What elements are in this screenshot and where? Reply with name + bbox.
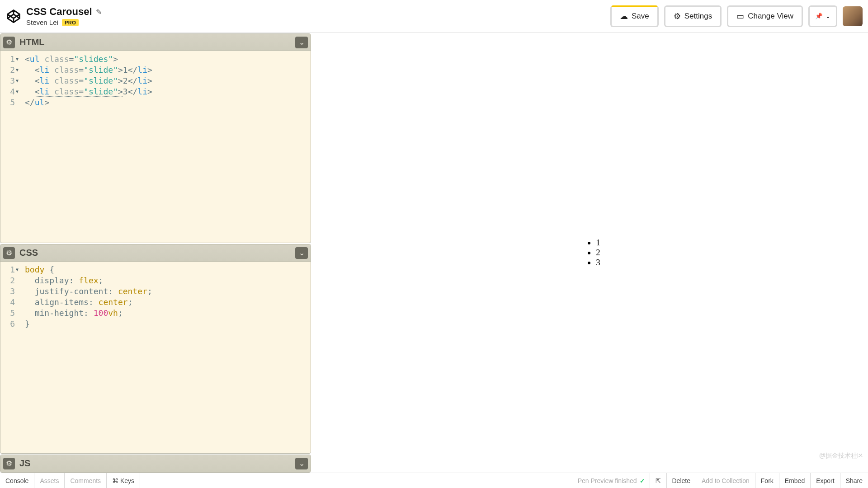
css-code[interactable]: body { display: flex; justify-content: c…: [21, 262, 156, 453]
pin-dropdown-button[interactable]: 📌 ⌄: [808, 5, 837, 27]
css-gutter: 1▼ 2▼ 3▼ 4▼ 5▼ 6▼: [0, 262, 21, 453]
css-settings-icon[interactable]: ⚙: [3, 247, 15, 259]
pro-badge: PRO: [62, 19, 79, 26]
settings-label: Settings: [684, 12, 712, 21]
share-external-icon[interactable]: ⇱: [650, 473, 666, 488]
header: CSS Carousel ✎ Steven Lei PRO ☁ Save ⚙ S…: [0, 0, 868, 33]
preview-status: Pen Preview finished ✓: [573, 473, 650, 488]
js-panel-header: ⚙ JS ⌄: [0, 455, 311, 472]
fork-button[interactable]: Fork: [755, 473, 779, 488]
preview-pane: 1 2 3 @掘金技术社区: [319, 33, 868, 473]
list-item: 3: [596, 258, 600, 267]
html-panel-header: ⚙ HTML ⌄: [0, 34, 311, 51]
add-to-collection-button[interactable]: Add to Collection: [696, 473, 755, 488]
author-name[interactable]: Steven Lei: [26, 19, 58, 26]
js-panel-title: JS: [19, 458, 295, 469]
gear-icon: ⚙: [674, 11, 681, 21]
pin-icon: 📌: [815, 13, 823, 19]
user-avatar[interactable]: [843, 6, 863, 26]
save-label: Save: [632, 12, 649, 21]
embed-button[interactable]: Embed: [779, 473, 810, 488]
codepen-logo-icon[interactable]: [5, 8, 22, 24]
pen-title[interactable]: CSS Carousel: [26, 6, 92, 18]
check-icon: ✓: [640, 477, 645, 484]
status-text: Pen Preview finished: [578, 477, 637, 484]
assets-button[interactable]: Assets: [34, 473, 65, 488]
list-item: 1: [596, 238, 600, 248]
cloud-icon: ☁: [620, 11, 628, 21]
share-button[interactable]: Share: [840, 473, 868, 488]
preview-list: 1 2 3: [587, 238, 600, 267]
js-collapse-icon[interactable]: ⌄: [295, 458, 308, 469]
keys-button[interactable]: ⌘ Keys: [107, 473, 140, 488]
main: ⚙ HTML ⌄ 1▼ 2▼ 3▼ 4▼ 5▼ <ul class="slide…: [0, 33, 868, 473]
js-panel: ⚙ JS ⌄: [0, 455, 311, 473]
html-gutter: 1▼ 2▼ 3▼ 4▼ 5▼: [0, 51, 21, 243]
change-view-label: Change View: [748, 12, 793, 21]
editors-column: ⚙ HTML ⌄ 1▼ 2▼ 3▼ 4▼ 5▼ <ul class="slide…: [0, 33, 319, 473]
html-collapse-icon[interactable]: ⌄: [295, 37, 308, 48]
title-block: CSS Carousel ✎ Steven Lei PRO: [26, 6, 102, 26]
change-view-button[interactable]: ▭ Change View: [727, 5, 803, 27]
css-panel: ⚙ CSS ⌄ 1▼ 2▼ 3▼ 4▼ 5▼ 6▼ body { display…: [0, 244, 311, 454]
html-editor[interactable]: 1▼ 2▼ 3▼ 4▼ 5▼ <ul class="slides"> <li c…: [0, 51, 311, 243]
view-icon: ▭: [736, 11, 744, 21]
chevron-down-icon: ⌄: [826, 13, 830, 19]
list-item: 2: [596, 248, 600, 258]
html-panel: ⚙ HTML ⌄ 1▼ 2▼ 3▼ 4▼ 5▼ <ul class="slide…: [0, 33, 311, 243]
css-panel-title: CSS: [19, 248, 295, 258]
comments-button[interactable]: Comments: [65, 473, 107, 488]
footer: Console Assets Comments ⌘ Keys Pen Previ…: [0, 473, 868, 488]
css-collapse-icon[interactable]: ⌄: [295, 247, 308, 259]
js-settings-icon[interactable]: ⚙: [3, 458, 15, 469]
css-panel-header: ⚙ CSS ⌄: [0, 244, 311, 262]
css-editor[interactable]: 1▼ 2▼ 3▼ 4▼ 5▼ 6▼ body { display: flex; …: [0, 262, 311, 453]
save-button[interactable]: ☁ Save: [610, 5, 659, 27]
settings-button[interactable]: ⚙ Settings: [664, 5, 722, 27]
edit-title-icon[interactable]: ✎: [96, 8, 102, 16]
delete-button[interactable]: Delete: [666, 473, 696, 488]
html-settings-icon[interactable]: ⚙: [3, 37, 15, 48]
html-code[interactable]: <ul class="slides"> <li class="slide">1<…: [21, 51, 156, 243]
export-button[interactable]: Export: [810, 473, 840, 488]
html-panel-title: HTML: [19, 37, 295, 47]
console-button[interactable]: Console: [0, 473, 34, 488]
preview-content: 1 2 3: [319, 33, 868, 473]
